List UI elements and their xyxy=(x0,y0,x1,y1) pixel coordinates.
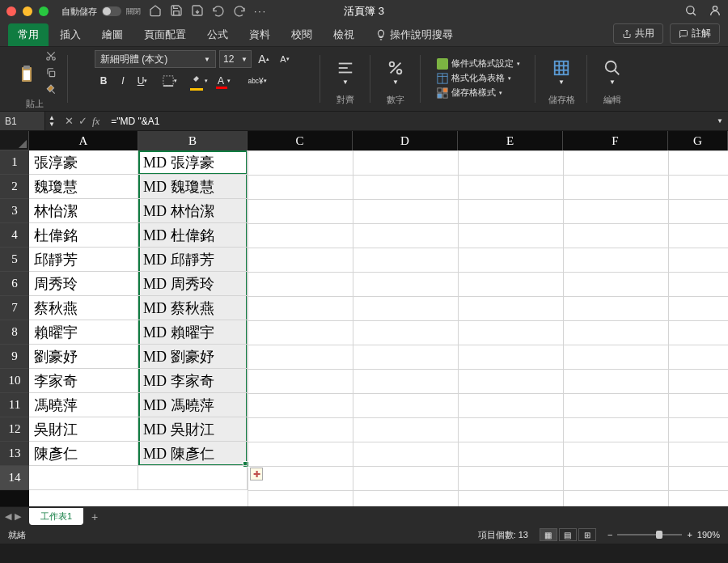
borders-button[interactable]: ▾ xyxy=(161,73,179,89)
tab-formulas[interactable]: 公式 xyxy=(197,23,238,46)
font-color-button[interactable]: A▾ xyxy=(213,73,235,89)
sheet-nav-prev-icon[interactable]: ◀ xyxy=(5,511,11,522)
tab-tellme[interactable]: 操作說明搜尋 xyxy=(366,23,463,46)
col-header-E[interactable]: E xyxy=(458,131,563,150)
cell[interactable]: 李家奇 xyxy=(29,369,138,393)
autofill-options-icon[interactable]: ✚ xyxy=(250,468,263,480)
save-icon[interactable] xyxy=(170,4,183,19)
conditional-formatting-button[interactable]: 條件式格式設定▾ xyxy=(437,57,520,70)
undo-icon[interactable] xyxy=(212,4,225,19)
phonetic-guide-button[interactable]: abc¥ ▾ xyxy=(245,73,269,89)
cell[interactable]: MD 李家奇 xyxy=(138,369,248,393)
tab-insert[interactable]: 插入 xyxy=(50,23,91,46)
cell[interactable]: MD 馮曉萍 xyxy=(138,393,248,417)
name-box[interactable]: B1 xyxy=(0,112,45,130)
font-name-select[interactable]: 新細明體 (本文) ▼ xyxy=(95,50,216,68)
account-icon[interactable] xyxy=(709,4,722,19)
cell[interactable]: MD 林怡潔 xyxy=(138,199,248,223)
row-header[interactable]: 8 xyxy=(0,320,29,345)
autosave-toggle[interactable]: 自動儲存 關閉 xyxy=(61,6,141,18)
cell[interactable]: MD 杜偉銘 xyxy=(138,223,248,248)
cell[interactable]: 周秀玲 xyxy=(29,272,138,296)
cell[interactable] xyxy=(138,466,248,490)
more-icon[interactable]: ··· xyxy=(254,6,267,17)
row-header[interactable]: 3 xyxy=(0,199,29,223)
insert-function-icon[interactable]: fx xyxy=(92,115,99,128)
tab-page-layout[interactable]: 頁面配置 xyxy=(134,23,196,46)
cell[interactable]: MD 邱靜芳 xyxy=(138,248,248,272)
save-as-icon[interactable] xyxy=(191,4,204,19)
cut-icon[interactable] xyxy=(45,50,57,64)
add-sheet-button[interactable]: + xyxy=(87,509,103,525)
row-header[interactable]: 9 xyxy=(0,345,29,369)
formula-input[interactable]: ="MD "&A1 xyxy=(106,116,712,127)
row-header[interactable]: 5 xyxy=(0,248,29,272)
zoom-in-icon[interactable]: + xyxy=(687,530,692,540)
col-header-A[interactable]: A xyxy=(29,131,138,150)
bold-button[interactable]: B xyxy=(95,73,112,89)
cell[interactable]: MD 周秀玲 xyxy=(138,272,248,296)
row-header[interactable]: 6 xyxy=(0,272,29,296)
cell[interactable]: 杜偉銘 xyxy=(29,223,138,248)
row-header[interactable]: 2 xyxy=(0,175,29,199)
zoom-control[interactable]: − + 190% xyxy=(607,530,720,540)
row-header[interactable]: 14 xyxy=(0,466,29,490)
format-painter-icon[interactable] xyxy=(45,84,57,98)
cell[interactable]: 劉豪妤 xyxy=(29,345,138,369)
tab-view[interactable]: 檢視 xyxy=(324,23,364,46)
cell[interactable]: MD 蔡秋燕 xyxy=(138,296,248,320)
underline-button[interactable]: U ▾ xyxy=(133,73,151,89)
switch-icon[interactable] xyxy=(102,6,121,16)
editing-button[interactable]: ▼ xyxy=(595,59,630,86)
cell[interactable]: MD 劉豪妤 xyxy=(138,345,248,369)
normal-view-icon[interactable]: ▦ xyxy=(540,528,557,541)
redo-icon[interactable] xyxy=(233,4,246,19)
col-header-B[interactable]: B xyxy=(138,131,248,150)
font-size-select[interactable]: 12 ▼ xyxy=(219,50,252,68)
cell[interactable]: 馮曉萍 xyxy=(29,393,138,417)
cell[interactable]: 陳彥仁 xyxy=(29,442,138,466)
tab-home[interactable]: 常用 xyxy=(8,23,49,46)
share-button[interactable]: 共用 xyxy=(613,23,663,44)
row-header[interactable]: 1 xyxy=(0,150,29,175)
row-header[interactable]: 13 xyxy=(0,442,29,466)
cell[interactable]: 蔡秋燕 xyxy=(29,296,138,320)
cell-styles-button[interactable]: 儲存格樣式▾ xyxy=(437,87,520,99)
sheet-nav-next-icon[interactable]: ▶ xyxy=(15,511,21,522)
col-header-G[interactable]: G xyxy=(668,131,728,150)
cell[interactable]: MD 吳財江 xyxy=(138,417,248,442)
row-header[interactable]: 12 xyxy=(0,417,29,442)
close-window[interactable] xyxy=(6,6,16,16)
cell[interactable]: MD 陳彥仁 xyxy=(138,442,248,466)
maximize-window[interactable] xyxy=(39,6,49,16)
cell[interactable] xyxy=(29,466,138,490)
tab-draw[interactable]: 繪圖 xyxy=(92,23,133,46)
col-header-C[interactable]: C xyxy=(248,131,353,150)
copy-icon[interactable] xyxy=(45,67,57,81)
row-header[interactable]: 7 xyxy=(0,296,29,320)
increase-font-icon[interactable]: A▴ xyxy=(255,51,273,67)
page-break-view-icon[interactable]: ⊞ xyxy=(578,528,596,541)
page-layout-view-icon[interactable]: ▤ xyxy=(559,528,577,541)
cell[interactable]: MD 張淳豪 xyxy=(138,150,248,175)
cell[interactable]: MD 賴曜宇 xyxy=(138,320,248,345)
select-all-corner[interactable] xyxy=(0,131,29,150)
cancel-formula-icon[interactable]: ✕ xyxy=(65,115,74,127)
minimize-window[interactable] xyxy=(23,6,32,16)
fill-color-button[interactable]: ▾ xyxy=(188,73,211,89)
col-header-D[interactable]: D xyxy=(353,131,458,150)
row-header[interactable]: 4 xyxy=(0,223,29,248)
accept-formula-icon[interactable]: ✓ xyxy=(78,115,87,127)
sheet-tab[interactable]: 工作表1 xyxy=(29,508,83,525)
tab-review[interactable]: 校閱 xyxy=(281,23,322,46)
decrease-font-icon[interactable]: A▾ xyxy=(276,51,294,67)
cell[interactable]: 邱靜芳 xyxy=(29,248,138,272)
number-format-button[interactable]: ▼ xyxy=(378,59,413,86)
comments-button[interactable]: 註解 xyxy=(670,23,720,44)
row-header[interactable]: 11 xyxy=(0,393,29,417)
col-header-F[interactable]: F xyxy=(563,131,668,150)
italic-button[interactable]: I xyxy=(114,73,132,89)
cell[interactable]: 賴曜宇 xyxy=(29,320,138,345)
cell[interactable]: 林怡潔 xyxy=(29,199,138,223)
alignment-button[interactable]: ▼ xyxy=(328,59,363,86)
